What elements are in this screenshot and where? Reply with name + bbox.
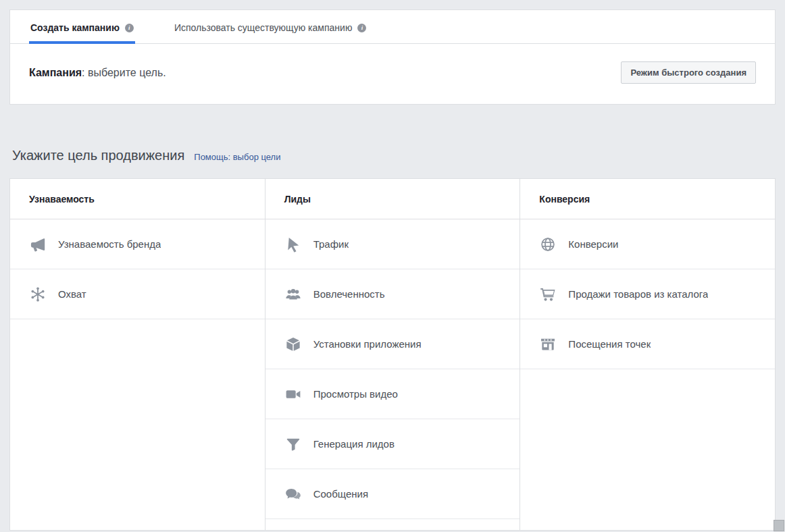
- objective-item[interactable]: Трафик: [265, 219, 520, 269]
- objective-item[interactable]: Просмотры видео: [265, 369, 520, 419]
- objective-section-header: Укажите цель продвижения Помощь: выбор ц…: [12, 148, 776, 163]
- tab-create-campaign[interactable]: Создать кампанию: [29, 10, 135, 43]
- objective-column-filler: [10, 319, 265, 530]
- objective-item-label: Генерация лидов: [313, 438, 395, 450]
- objective-column-header: Узнаваемость: [10, 179, 265, 219]
- objective-help-link[interactable]: Помощь: выбор цели: [194, 152, 280, 162]
- info-icon[interactable]: [357, 24, 366, 32]
- video-camera-icon: [284, 385, 302, 403]
- cursor-icon: [284, 236, 302, 253]
- objective-column-filler: [265, 519, 520, 530]
- people-icon: [284, 286, 302, 303]
- objective-table: УзнаваемостьУзнаваемость брендаОхватЛиды…: [9, 178, 776, 531]
- cart-icon: [539, 286, 557, 303]
- campaign-label-bold: Кампания: [29, 67, 82, 78]
- objective-column: КонверсияКонверсииПродажи товаров из кат…: [520, 179, 775, 530]
- campaign-objective-row: Кампания: выберите цель. Режим быстрого …: [10, 44, 775, 104]
- megaphone-icon: [29, 236, 47, 253]
- objective-item-label: Сообщения: [313, 488, 368, 500]
- campaign-label-rest: : выберите цель.: [82, 67, 166, 78]
- tab-use-existing-campaign-label: Использовать существующую кампанию: [174, 22, 353, 33]
- objective-item-label: Трафик: [313, 238, 349, 250]
- objective-title: Укажите цель продвижения: [12, 148, 184, 163]
- campaign-label: Кампания: выберите цель.: [29, 67, 166, 79]
- objective-item[interactable]: Генерация лидов: [265, 419, 520, 469]
- objective-item-label: Конверсии: [568, 238, 618, 250]
- tab-create-campaign-label: Создать кампанию: [30, 22, 120, 33]
- objective-item[interactable]: Узнаваемость бренда: [10, 219, 265, 269]
- objective-item[interactable]: Продажи товаров из каталога: [520, 269, 775, 319]
- info-icon[interactable]: [125, 24, 134, 32]
- objective-item-label: Просмотры видео: [313, 388, 398, 400]
- objective-item-label: Охват: [58, 288, 86, 300]
- objective-column: ЛидыТрафикВовлеченностьУстановки приложе…: [265, 179, 521, 530]
- storefront-icon: [539, 336, 557, 353]
- funnel-icon: [284, 435, 302, 453]
- objective-item-label: Установки приложения: [313, 338, 422, 350]
- objective-column-filler: [520, 369, 775, 530]
- tab-use-existing-campaign[interactable]: Использовать существующую кампанию: [173, 10, 368, 43]
- app-cube-icon: [284, 336, 302, 353]
- chat-bubbles-icon: [284, 485, 302, 503]
- tab-bar: Создать кампанию Использовать существующ…: [10, 10, 775, 44]
- globe-icon: [539, 236, 557, 253]
- objective-item[interactable]: Посещения точек: [520, 319, 775, 369]
- quick-creation-mode-button[interactable]: Режим быстрого создания: [621, 61, 756, 84]
- campaign-setup-card: Создать кампанию Использовать существующ…: [9, 9, 776, 105]
- objective-column-header: Конверсия: [520, 179, 775, 219]
- objective-item-label: Продажи товаров из каталога: [568, 288, 708, 300]
- objective-item[interactable]: Сообщения: [265, 469, 520, 519]
- objective-item[interactable]: Конверсии: [520, 219, 775, 269]
- reach-burst-icon: [29, 286, 47, 303]
- objective-item-label: Вовлеченность: [313, 288, 385, 300]
- objective-column-header: Лиды: [265, 179, 520, 219]
- objective-item[interactable]: Охват: [10, 269, 265, 319]
- objective-item[interactable]: Установки приложения: [265, 319, 520, 369]
- objective-column: УзнаваемостьУзнаваемость брендаОхват: [10, 179, 265, 530]
- objective-item-label: Посещения точек: [568, 338, 651, 350]
- scrollbar-thumb[interactable]: [774, 520, 784, 531]
- objective-item[interactable]: Вовлеченность: [265, 269, 520, 319]
- objective-item-label: Узнаваемость бренда: [58, 238, 161, 250]
